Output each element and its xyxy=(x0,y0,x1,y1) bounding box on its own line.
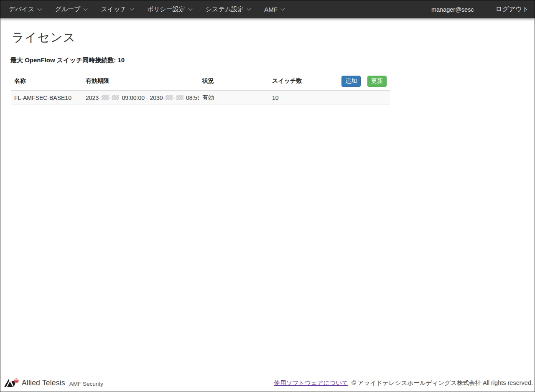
license-validity-cell: 2023--09:00:00 - 2030--08:59:59 xyxy=(82,91,199,105)
add-button[interactable]: 追加 xyxy=(341,76,361,87)
chevron-down-icon xyxy=(281,6,285,10)
chevron-down-icon xyxy=(188,6,192,10)
nav-item-system-settings[interactable]: システム設定 xyxy=(206,5,250,13)
table-header-row: 名称 有効期限 状況 スイッチ数 追加 更新 xyxy=(11,73,390,91)
app-window: デバイス グループ スイッチ ポリシー設定 システム設定 AMF manager… xyxy=(0,0,535,392)
table-actions-cell: 追加 更新 xyxy=(338,73,390,91)
validity-text: 09:00:00 - 2030- xyxy=(122,94,165,101)
logout-button[interactable]: ログアウト xyxy=(496,5,529,14)
logged-in-user: manager@sesc xyxy=(431,6,474,13)
max-openflow-connections: 最大 OpenFlow スイッチ同時接続数: 10 xyxy=(10,56,535,64)
redacted-block xyxy=(102,95,109,100)
license-actions-cell xyxy=(338,91,390,105)
nav-item-groups[interactable]: グループ xyxy=(55,5,87,13)
nav-item-policy-settings[interactable]: ポリシー設定 xyxy=(147,5,192,13)
column-header-name: 名称 xyxy=(11,73,82,91)
table-row: FL-AMFSEC-BASE10 2023--09:00:00 - 2030--… xyxy=(11,91,390,105)
main-content: ライセンス 最大 OpenFlow スイッチ同時接続数: 10 名称 有効期限 … xyxy=(0,29,535,105)
column-header-status: 状況 xyxy=(199,73,269,91)
chevron-down-icon xyxy=(130,6,134,10)
validity-text: 08:59:59 xyxy=(186,94,199,101)
nav-item-switches[interactable]: スイッチ xyxy=(101,5,133,13)
license-switch-count-cell: 10 xyxy=(269,91,338,105)
chevron-down-icon xyxy=(38,6,42,10)
page-title: ライセンス xyxy=(12,29,535,46)
footer: Allied Telesis AMF Security 使用ソフトウェアについて… xyxy=(0,376,535,391)
nav-item-label: グループ xyxy=(55,5,80,13)
allied-telesis-logo-icon xyxy=(4,378,19,388)
product-name: AMF Security xyxy=(69,381,103,387)
nav-item-devices[interactable]: デバイス xyxy=(9,5,41,13)
redacted-block xyxy=(166,95,173,100)
column-header-switch-count: スイッチ数 xyxy=(269,73,338,91)
nav-item-label: デバイス xyxy=(9,5,34,13)
nav-item-label: AMF xyxy=(264,6,278,13)
validity-text: - xyxy=(173,94,176,101)
license-status-cell: 有効 xyxy=(199,91,269,105)
redacted-block xyxy=(112,95,119,100)
copyright-text: © アライドテレシスホールディングス株式会社 All rights reserv… xyxy=(352,379,533,387)
update-button[interactable]: 更新 xyxy=(367,76,387,87)
nav-item-label: ポリシー設定 xyxy=(147,5,185,13)
validity-text: - xyxy=(110,94,112,101)
license-table: 名称 有効期限 状況 スイッチ数 追加 更新 FL-AMFSEC-BASE10 … xyxy=(11,73,390,105)
nav-item-amf[interactable]: AMF xyxy=(264,6,284,13)
software-info-link[interactable]: 使用ソフトウェアについて xyxy=(274,379,348,387)
redacted-block xyxy=(176,95,183,100)
validity-text: 2023- xyxy=(86,94,101,101)
nav-item-label: スイッチ xyxy=(101,5,126,13)
license-name-cell: FL-AMFSEC-BASE10 xyxy=(11,91,82,105)
chevron-down-icon xyxy=(247,6,251,10)
top-navbar: デバイス グループ スイッチ ポリシー設定 システム設定 AMF manager… xyxy=(0,0,535,18)
chevron-down-icon xyxy=(84,6,88,10)
allied-telesis-logo: Allied Telesis xyxy=(4,378,65,388)
column-header-validity: 有効期限 xyxy=(82,73,199,91)
brand-name: Allied Telesis xyxy=(22,379,65,387)
nav-item-label: システム設定 xyxy=(206,5,244,13)
